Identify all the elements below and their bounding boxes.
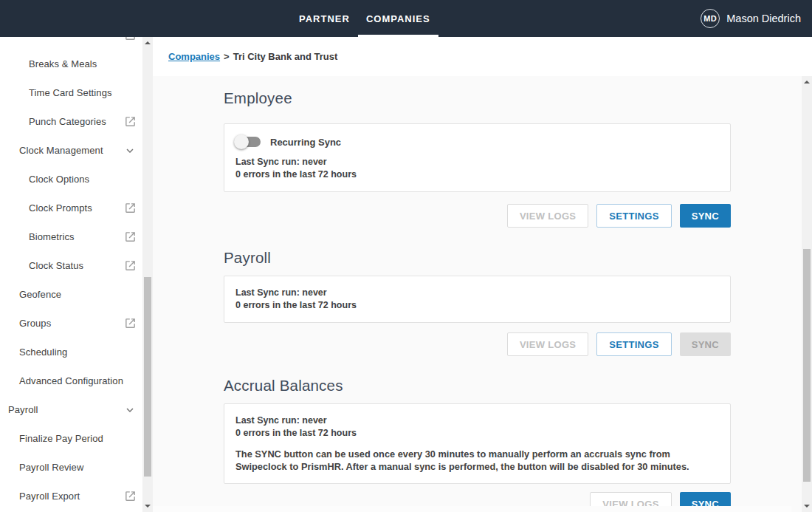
- sidebar-item-label: Finalize Pay Period: [19, 433, 103, 444]
- avatar[interactable]: MD: [701, 9, 720, 28]
- sidebar-item-time-card-settings[interactable]: Time Card Settings: [0, 78, 142, 107]
- sidebar-item-label: Payroll: [8, 404, 38, 415]
- error-count-text: 0 errors in the last 72 hours: [235, 168, 719, 181]
- sidebar-item-label: Advanced Configuration: [19, 375, 123, 386]
- sidebar-item-clock-status[interactable]: Clock Status: [0, 251, 142, 280]
- sidebar-item-label: Clock Options: [29, 174, 89, 185]
- external-link-icon: [123, 490, 137, 503]
- sidebar-item-geofence[interactable]: Geofence: [0, 280, 142, 309]
- sidebar-item-biometrics[interactable]: Biometrics: [0, 222, 142, 251]
- sidebar-item-label: Geofence: [19, 289, 61, 300]
- sidebar-item-breaks-meals[interactable]: Breaks & Meals: [0, 50, 142, 78]
- main-area: Companies > Tri City Bank and Trust Empl…: [153, 0, 812, 512]
- sidebar-item-groups[interactable]: Groups: [0, 309, 142, 338]
- chevron-down-icon: [123, 403, 137, 417]
- tab-companies[interactable]: COMPANIES: [358, 0, 438, 37]
- sidebar-item-payroll[interactable]: Payroll: [0, 395, 142, 424]
- sidebar-item-label: Payroll Review: [19, 462, 83, 473]
- scroll-down-icon[interactable]: [802, 501, 812, 511]
- user-menu[interactable]: MD Mason Diedrich: [701, 0, 801, 37]
- sidebar-item-label: Punch Categories: [29, 116, 106, 127]
- view-logs-button: VIEW LOGS: [507, 204, 588, 228]
- sidebar-item-label: Payroll Export: [19, 491, 80, 502]
- sidebar-item-clock-options[interactable]: Clock Options: [0, 165, 142, 194]
- last-sync-text: Last Sync run: never: [235, 287, 719, 299]
- breadcrumb-separator: >: [224, 51, 230, 62]
- employee-sync-card: Recurring Sync Last Sync run: never 0 er…: [224, 123, 731, 192]
- content-scroll-area: Employee Recurring Sync Last Sync run: n…: [153, 76, 802, 512]
- toggle-label: Recurring Sync: [270, 137, 341, 148]
- sidebar-item-advanced-configuration[interactable]: Advanced Configuration: [0, 366, 142, 395]
- content-bottom-edge: [153, 506, 791, 512]
- user-name: Mason Diedrich: [726, 13, 801, 24]
- sync-usage-note: The SYNC button can be used once every 3…: [235, 448, 719, 473]
- external-link-icon: [123, 259, 137, 273]
- employee-button-row: VIEW LOGS SETTINGS SYNC: [224, 204, 731, 228]
- sync-button[interactable]: SYNC: [680, 204, 731, 228]
- external-link-icon: [123, 115, 137, 129]
- sidebar-item-label: Clock Management: [19, 145, 103, 156]
- sidebar-item-label: Scheduling: [19, 347, 67, 358]
- breadcrumb-current-page: Tri City Bank and Trust: [233, 51, 338, 62]
- sidebar-nav-list: Breaks & Meals Time Card Settings Punch …: [0, 21, 142, 511]
- error-count-text: 0 errors in the last 72 hours: [235, 299, 719, 312]
- toggle-off-icon[interactable]: [235, 134, 261, 149]
- main-scrollbar-thumb[interactable]: [803, 249, 811, 482]
- section-payroll: Payroll Last Sync run: never 0 errors in…: [224, 228, 731, 356]
- view-logs-button: VIEW LOGS: [507, 332, 588, 356]
- breadcrumb-companies-link[interactable]: Companies: [168, 51, 220, 62]
- last-sync-text: Last Sync run: never: [235, 156, 719, 168]
- recurring-sync-toggle[interactable]: Recurring Sync: [235, 134, 719, 149]
- main-scrollbar[interactable]: [802, 76, 812, 512]
- sidebar-item-payroll-export[interactable]: Payroll Export: [0, 482, 142, 511]
- payroll-button-row: VIEW LOGS SETTINGS SYNC: [224, 332, 731, 356]
- external-link-icon: [123, 202, 137, 215]
- scroll-up-icon[interactable]: [802, 77, 812, 87]
- sidebar-item-payroll-review[interactable]: Payroll Review: [0, 453, 142, 482]
- sidebar-scrollbar-thumb[interactable]: [144, 277, 151, 477]
- sidebar-item-scheduling[interactable]: Scheduling: [0, 338, 142, 366]
- sidebar-item-label: Clock Prompts: [29, 202, 92, 214]
- sidebar-scrollbar[interactable]: [142, 37, 153, 512]
- settings-button[interactable]: SETTINGS: [596, 332, 671, 356]
- sidebar: Breaks & Meals Time Card Settings Punch …: [0, 0, 153, 512]
- sidebar-item-clock-management[interactable]: Clock Management: [0, 136, 142, 165]
- external-link-icon: [123, 317, 137, 330]
- accrual-sync-card: Last Sync run: never 0 errors in the las…: [224, 403, 731, 484]
- sidebar-item-label: Clock Status: [29, 260, 83, 271]
- scroll-up-icon[interactable]: [142, 38, 153, 48]
- sidebar-item-label: Time Card Settings: [29, 87, 112, 98]
- external-link-icon: [123, 231, 137, 244]
- error-count-text: 0 errors in the last 72 hours: [235, 427, 719, 440]
- section-accrual-balances: Accrual Balances Last Sync run: never 0 …: [224, 356, 731, 512]
- sidebar-item-clock-prompts[interactable]: Clock Prompts: [0, 194, 142, 222]
- sidebar-item-label: Breaks & Meals: [29, 58, 97, 69]
- section-title: Accrual Balances: [224, 356, 731, 395]
- section-employee: Employee Recurring Sync Last Sync run: n…: [224, 76, 731, 228]
- tab-partner[interactable]: PARTNER: [291, 0, 358, 37]
- breadcrumb: Companies > Tri City Bank and Trust: [153, 37, 812, 76]
- sidebar-item-label: Groups: [19, 318, 51, 329]
- chevron-down-icon: [123, 144, 137, 157]
- scroll-down-icon[interactable]: [142, 501, 153, 511]
- sidebar-item-punch-categories[interactable]: Punch Categories: [0, 107, 142, 136]
- navbar-tabs: PARTNER COMPANIES: [291, 0, 438, 37]
- app-window: Breaks & Meals Time Card Settings Punch …: [0, 0, 812, 512]
- section-title: Employee: [224, 76, 731, 107]
- sidebar-item-finalize-pay-period[interactable]: Finalize Pay Period: [0, 424, 142, 453]
- payroll-sync-card: Last Sync run: never 0 errors in the las…: [224, 276, 731, 323]
- last-sync-text: Last Sync run: never: [235, 414, 719, 427]
- sidebar-item-label: Biometrics: [29, 231, 75, 242]
- sync-button: SYNC: [680, 332, 731, 356]
- top-navbar: PARTNER COMPANIES MD Mason Diedrich: [0, 0, 812, 37]
- section-title: Payroll: [224, 228, 731, 267]
- settings-button[interactable]: SETTINGS: [596, 204, 671, 228]
